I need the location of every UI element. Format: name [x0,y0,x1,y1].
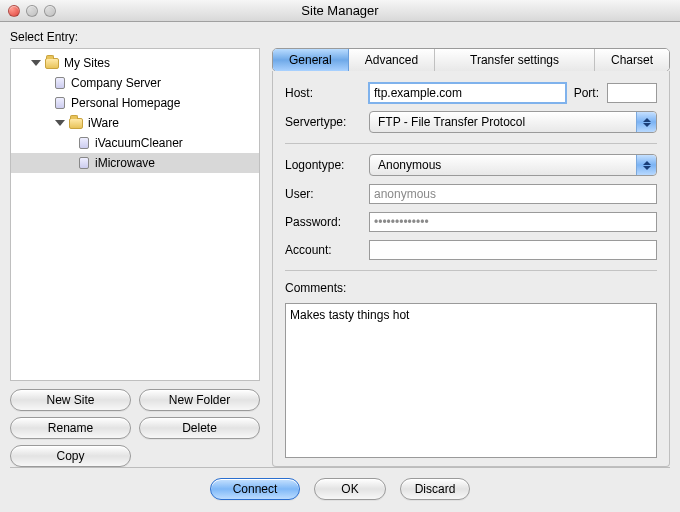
password-input [369,212,657,232]
server-icon [55,77,65,89]
updown-icon [636,112,656,132]
general-panel: Host: Port: Servertype: FTP - File Trans… [272,71,670,467]
titlebar: Site Manager [0,0,680,22]
tree-label: iVacuumCleaner [95,136,183,150]
divider [285,143,657,144]
password-label: Password: [285,215,361,229]
tabs: General Advanced Transfer settings Chars… [272,48,670,72]
host-label: Host: [285,86,361,100]
tree-site-personal-homepage[interactable]: Personal Homepage [11,93,259,113]
tab-charset[interactable]: Charset [595,49,669,71]
tree-site-imicrowave[interactable]: iMicrowave [11,153,259,173]
rename-button[interactable]: Rename [10,417,131,439]
logontype-select[interactable]: Anonymous [369,154,657,176]
tab-general[interactable]: General [273,49,349,71]
new-site-button[interactable]: New Site [10,389,131,411]
port-input[interactable] [607,83,657,103]
user-input [369,184,657,204]
folder-icon [69,118,83,129]
new-folder-button[interactable]: New Folder [139,389,260,411]
tab-advanced[interactable]: Advanced [349,49,435,71]
servertype-value: FTP - File Transfer Protocol [378,115,525,129]
zoom-icon[interactable] [44,5,56,17]
tree-label: Personal Homepage [71,96,180,110]
window-title: Site Manager [301,3,378,18]
tree-label: iMicrowave [95,156,155,170]
tree-folder-my-sites[interactable]: My Sites [11,53,259,73]
tree-site-company-server[interactable]: Company Server [11,73,259,93]
tab-transfer-settings[interactable]: Transfer settings [435,49,595,71]
updown-icon [636,155,656,175]
chevron-down-icon[interactable] [55,120,65,126]
footer: Connect OK Discard [10,467,670,512]
account-label: Account: [285,243,361,257]
server-icon [79,137,89,149]
discard-button[interactable]: Discard [400,478,471,500]
site-tree[interactable]: My Sites Company Server Personal Homepag… [10,48,260,381]
tree-site-ivacuumcleaner[interactable]: iVacuumCleaner [11,133,259,153]
ok-button[interactable]: OK [314,478,385,500]
server-icon [55,97,65,109]
servertype-label: Servertype: [285,115,361,129]
comments-label: Comments: [285,281,657,295]
minimize-icon[interactable] [26,5,38,17]
copy-button[interactable]: Copy [10,445,131,467]
host-input[interactable] [369,83,566,103]
tree-label: Company Server [71,76,161,90]
account-input [369,240,657,260]
tree-folder-iware[interactable]: iWare [11,113,259,133]
delete-button[interactable]: Delete [139,417,260,439]
server-icon [79,157,89,169]
close-icon[interactable] [8,5,20,17]
divider [285,270,657,271]
folder-icon [45,58,59,69]
connect-button[interactable]: Connect [210,478,301,500]
select-entry-label: Select Entry: [10,30,670,44]
tree-label: My Sites [64,56,110,70]
user-label: User: [285,187,361,201]
tree-label: iWare [88,116,119,130]
port-label: Port: [574,86,599,100]
servertype-select[interactable]: FTP - File Transfer Protocol [369,111,657,133]
window-controls [8,5,56,17]
logontype-label: Logontype: [285,158,361,172]
logontype-value: Anonymous [378,158,441,172]
comments-textarea[interactable] [285,303,657,458]
chevron-down-icon[interactable] [31,60,41,66]
